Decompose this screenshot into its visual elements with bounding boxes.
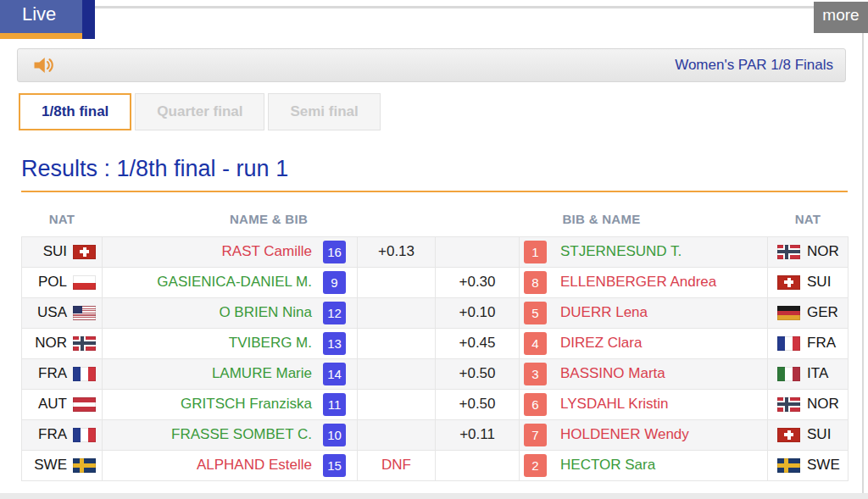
time-diff-left: [358, 358, 436, 389]
nat-cell-left-content: FRA: [22, 420, 102, 450]
tab-semi-final[interactable]: Semi final: [268, 93, 380, 130]
bib-number: 16: [323, 241, 346, 263]
racer-name: GASIENICA-DANIEL M.: [157, 274, 312, 291]
bib-number: 14: [323, 363, 346, 385]
nat-code: AUT: [38, 396, 67, 413]
live-tab[interactable]: Live: [0, 0, 95, 39]
tab-eighth-final[interactable]: 1/8th final: [19, 93, 131, 130]
nat-code: NOR: [807, 396, 839, 413]
racer-name: DIREZ Clara: [560, 335, 642, 352]
nat-cell-right: NOR: [768, 236, 849, 267]
bib-name-cell-right: 7HOLDENER Wendy: [520, 419, 768, 450]
flag-swe-icon: [73, 458, 96, 473]
racer-name: TVIBERG M.: [229, 335, 312, 352]
table-row: SWEALPHAND Estelle15DNF2HECTOR SaraSWE: [22, 450, 849, 480]
name-bib-cell-left: O BRIEN Nina12: [103, 297, 358, 328]
nat-code: SWE: [34, 457, 67, 474]
nat-cell-left-content: POL: [22, 268, 102, 297]
nat-code: SWE: [807, 457, 840, 474]
bib-name-right-content: 4DIREZ Clara: [520, 329, 767, 358]
results-table-body: SUIRAST Camille16+0.131STJERNESUND T.NOR…: [22, 236, 849, 480]
nat-cell-left-content: SUI: [22, 237, 102, 267]
bib-name-cell-right: 3BASSINO Marta: [520, 358, 768, 389]
header-divider-line: [95, 6, 814, 8]
flag-usa-icon: [73, 306, 96, 320]
flag-nor-icon: [73, 336, 96, 351]
bib-number: 4: [524, 332, 547, 355]
time-diff-right: +0.45: [436, 328, 520, 358]
bib-name-right-content: 7HOLDENER Wendy: [520, 420, 767, 450]
nat-cell-left-content: NOR: [22, 329, 102, 358]
nat-cell-left: FRA: [22, 358, 103, 389]
table-row: POLGASIENICA-DANIEL M.9+0.308ELLENBERGER…: [22, 267, 849, 297]
nat-cell-right-content: SUI: [768, 268, 848, 297]
nat-cell-right: FRA: [768, 328, 849, 358]
bib-name-cell-right: 6LYSDAHL Kristin: [520, 389, 768, 419]
time-diff-left: DNF: [358, 450, 436, 480]
time-diff-right: [436, 236, 520, 267]
name-bib-cell-left: GRITSCH Franziska11: [103, 389, 358, 419]
bib-number: 6: [524, 393, 547, 416]
nat-code: POL: [38, 274, 67, 291]
flag-sui-icon: [777, 275, 800, 290]
table-row: USAO BRIEN Nina12+0.105DUERR LenaGER: [22, 297, 849, 328]
bib-number: 1: [524, 241, 547, 263]
flag-ita-icon: [777, 367, 800, 381]
nat-cell-left: AUT: [22, 389, 103, 419]
nat-cell-right-content: GER: [768, 298, 848, 328]
racer-name: BASSINO Marta: [560, 365, 665, 382]
nat-code: SUI: [43, 243, 67, 260]
live-tab-underline: [0, 33, 82, 39]
racer-name: ALPHAND Estelle: [197, 457, 312, 474]
racer-name: RAST Camille: [222, 243, 312, 260]
bib-number: 7: [524, 424, 547, 446]
bib-number: 15: [323, 454, 346, 477]
nat-cell-right-content: SUI: [768, 420, 848, 450]
results-table-header: NAT NAME & BIB BIB & NAME NAT: [22, 202, 849, 236]
flag-pol-icon: [73, 275, 96, 290]
speaker-icon[interactable]: [31, 53, 55, 77]
nat-cell-left: USA: [22, 297, 103, 328]
name-bib-left-content: RAST Camille16: [103, 237, 357, 267]
nat-cell-right-content: FRA: [768, 329, 848, 358]
racer-name: FRASSE SOMBET C.: [171, 426, 312, 443]
col-header-name-bib: NAME & BIB: [103, 202, 436, 236]
nat-cell-left: SUI: [22, 236, 103, 267]
racer-name: HOLDENER Wendy: [560, 426, 689, 443]
time-diff-right: [436, 450, 520, 480]
time-diff-right: +0.10: [436, 297, 520, 328]
flag-ger-icon: [777, 306, 800, 320]
nat-cell-left-content: USA: [22, 298, 102, 328]
nat-cell-left: SWE: [22, 450, 103, 480]
bib-number: 5: [524, 302, 547, 324]
bib-number: 9: [323, 271, 346, 294]
bib-name-right-content: 1STJERNESUND T.: [520, 237, 767, 267]
racer-name: O BRIEN Nina: [219, 304, 312, 321]
flag-sui-icon: [73, 245, 96, 259]
nat-cell-right-content: NOR: [768, 237, 848, 267]
time-diff-right: +0.50: [436, 389, 520, 419]
nat-code: GER: [807, 304, 838, 321]
flag-swe-icon: [777, 458, 800, 473]
live-tab-label: Live: [22, 3, 56, 25]
flag-nor-icon: [777, 397, 800, 412]
bib-name-right-content: 8ELLENBERGER Andrea: [520, 268, 767, 297]
tab-quarter-final[interactable]: Quarter final: [135, 93, 264, 130]
time-diff-right: +0.30: [436, 267, 520, 297]
name-bib-cell-left: FRASSE SOMBET C.10: [103, 419, 358, 450]
more-button[interactable]: more: [814, 2, 868, 33]
bib-name-cell-right: 4DIREZ Clara: [520, 328, 768, 358]
bib-name-right-content: 3BASSINO Marta: [520, 359, 767, 389]
nat-cell-right-content: NOR: [768, 390, 848, 419]
name-bib-left-content: FRASSE SOMBET C.10: [103, 420, 357, 450]
time-diff-left: +0.13: [358, 236, 436, 267]
flag-fra-icon: [73, 367, 96, 381]
results-table: NAT NAME & BIB BIB & NAME NAT SUIRAST Ca…: [21, 202, 849, 481]
table-row: FRAFRASSE SOMBET C.10+0.117HOLDENER Wend…: [22, 419, 849, 450]
table-row: AUTGRITSCH Franziska11+0.506LYSDAHL Kris…: [22, 389, 849, 419]
bib-name-cell-right: 1STJERNESUND T.: [520, 236, 768, 267]
bib-name-right-content: 5DUERR Lena: [520, 298, 767, 328]
bib-number: 12: [323, 302, 346, 324]
name-bib-cell-left: GASIENICA-DANIEL M.9: [103, 267, 358, 297]
col-header-nat-right: NAT: [768, 202, 849, 236]
